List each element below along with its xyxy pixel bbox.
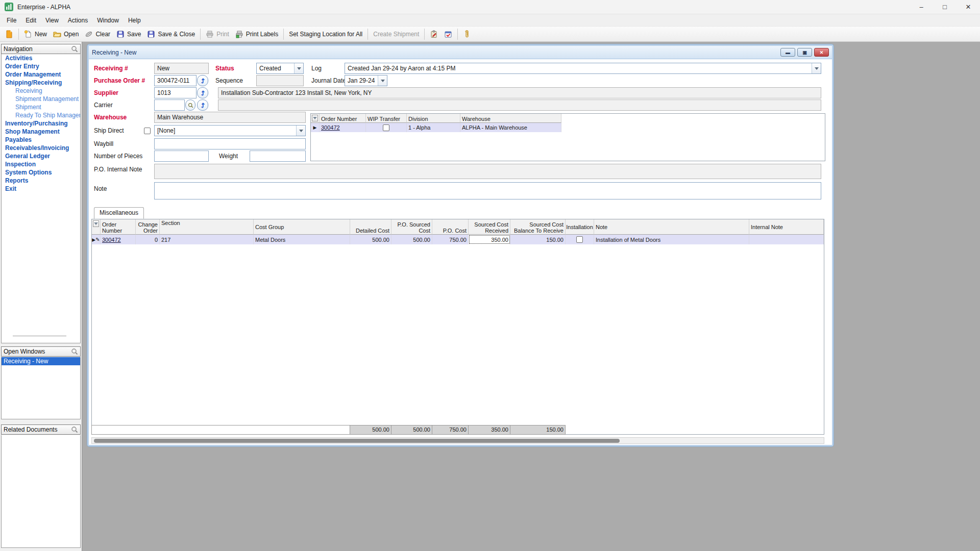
search-icon[interactable]	[71, 45, 78, 53]
column-header-change-order[interactable]: Change Order	[136, 219, 160, 235]
carrier-lookup-button[interactable]	[185, 99, 195, 111]
scrollbar-thumb[interactable]	[94, 439, 620, 443]
notes-button[interactable]	[427, 29, 441, 40]
chevron-down-icon[interactable]	[812, 63, 821, 73]
po-internal-note-label: P.O. Internal Note	[94, 164, 142, 174]
nav-item-inspection[interactable]: Inspection	[2, 160, 80, 168]
column-header-division[interactable]: Division	[407, 114, 460, 123]
schedule-button[interactable]	[441, 29, 455, 40]
nav-item-reports[interactable]: Reports	[2, 177, 80, 185]
create-shipment-button[interactable]: Create Shipment	[370, 29, 422, 39]
journal-date-select[interactable]: Jan 29-24	[345, 75, 387, 86]
nav-item-shipment-management[interactable]: Shipment Management	[2, 95, 80, 103]
menu-edit[interactable]: Edit	[21, 15, 41, 26]
close-button[interactable]: ✕	[957, 0, 980, 14]
misc-grid-row[interactable]: ▶✎ 300472 0 217 Metal Doors 500.00 500.0…	[92, 235, 824, 244]
print-button[interactable]: Print	[203, 29, 232, 40]
column-header-wip-transfer[interactable]: WIP Transfer	[366, 114, 407, 123]
status-select[interactable]: Created	[256, 63, 304, 74]
search-icon[interactable]	[71, 348, 78, 355]
menu-actions[interactable]: Actions	[63, 15, 92, 26]
carrier-goto-button[interactable]: ↪	[197, 99, 208, 111]
chevron-down-icon[interactable]	[294, 63, 303, 73]
horizontal-scrollbar[interactable]	[91, 437, 824, 444]
nav-item-shipping-receiving[interactable]: Shipping/Receiving	[2, 79, 80, 87]
receiving-form: Receiving # New Status Created Log Creat…	[89, 59, 832, 445]
wip-transfer-checkbox[interactable]	[383, 124, 389, 131]
order-number-link[interactable]: 300472	[102, 237, 121, 243]
nav-item-system-options[interactable]: System Options	[2, 168, 80, 177]
column-header-installation[interactable]: Installation	[566, 219, 594, 235]
column-header-internal-note[interactable]: Internal Note	[749, 219, 824, 235]
menu-file[interactable]: File	[2, 15, 21, 26]
column-header-order-number[interactable]: Order Number	[320, 114, 366, 123]
ship-direct-select[interactable]: [None]	[154, 125, 306, 136]
open-window-item[interactable]: Receiving - New	[2, 357, 80, 365]
open-button[interactable]: Open	[50, 29, 82, 40]
window-menu-button[interactable]	[2, 29, 16, 40]
attachments-button[interactable]	[460, 29, 474, 40]
nav-item-general-ledger[interactable]: General Ledger	[2, 152, 80, 160]
number-of-pieces-field[interactable]	[154, 151, 209, 162]
save-close-button[interactable]: Save & Close	[144, 29, 198, 40]
nav-item-receiving[interactable]: Receiving	[2, 87, 80, 95]
column-header-po-sourced-cost[interactable]: P.O. Sourced Cost	[391, 219, 432, 235]
order-number-link[interactable]: 300472	[321, 124, 340, 131]
column-header-balance-to-receive[interactable]: Sourced Cost Balance To Receive	[510, 219, 566, 235]
child-minimize-button[interactable]: ▬	[780, 48, 795, 57]
new-button[interactable]: New	[21, 29, 50, 40]
column-header-cost-group[interactable]: Cost Group	[254, 219, 350, 235]
nav-item-inventory-purchasing[interactable]: Inventory/Purchasing	[2, 119, 80, 128]
chevron-down-icon[interactable]	[296, 126, 305, 136]
child-close-button[interactable]: ✕	[814, 48, 829, 57]
log-select[interactable]: Created Jan 29-24 by Aaron at 4:15 PM	[345, 63, 821, 74]
receiving-window-titlebar[interactable]: Receiving - New ▬ ▣ ✕	[89, 46, 832, 59]
column-header-detailed-cost[interactable]: Detailed Cost	[350, 219, 391, 235]
column-header-warehouse[interactable]: Warehouse	[460, 114, 561, 123]
column-header-order-number[interactable]: Order Number	[101, 219, 136, 235]
save-button[interactable]: Save	[113, 29, 144, 40]
menu-window[interactable]: Window	[92, 15, 124, 26]
nav-item-shop-management[interactable]: Shop Management	[2, 128, 80, 136]
column-header-po-cost[interactable]: P.O. Cost	[432, 219, 469, 235]
grid-options-button[interactable]	[312, 115, 318, 121]
clear-button[interactable]: Clear	[82, 29, 113, 40]
supplier-goto-button[interactable]: ↪	[197, 87, 208, 98]
menu-view[interactable]: View	[41, 15, 63, 26]
installation-checkbox[interactable]	[576, 236, 583, 243]
panel-resize-gripper[interactable]	[13, 336, 66, 337]
carrier-field[interactable]	[154, 99, 185, 111]
column-header-section[interactable]: Section	[160, 219, 254, 235]
set-staging-location-button[interactable]: Set Staging Location for All	[286, 29, 365, 39]
nav-item-shipment[interactable]: Shipment	[2, 103, 80, 111]
tab-miscellaneous[interactable]: Miscellaneous	[94, 207, 144, 219]
orders-grid-row[interactable]: ▶ 300472 1 - Alpha ALPHA - Main Warehous…	[311, 123, 825, 132]
grid-options-button[interactable]	[93, 220, 99, 227]
nav-item-order-management[interactable]: Order Management	[2, 70, 80, 79]
nav-item-receivables-invoicing[interactable]: Receivables/Invoicing	[2, 144, 80, 152]
search-icon[interactable]	[71, 426, 78, 433]
child-restore-button[interactable]: ▣	[797, 48, 812, 57]
menu-help[interactable]: Help	[124, 15, 145, 26]
minimize-button[interactable]: –	[910, 0, 933, 14]
waybill-field[interactable]	[154, 138, 306, 149]
print-labels-button[interactable]: Print Labels	[232, 29, 281, 40]
column-header-sourced-cost-received[interactable]: Sourced Cost Received	[469, 219, 510, 235]
column-header-note[interactable]: Note	[594, 219, 749, 235]
nav-item-activities[interactable]: Activities	[2, 54, 80, 62]
purchase-order-field[interactable]: 300472-011	[154, 75, 197, 86]
balance-to-receive-cell: 150.00	[510, 235, 566, 244]
ship-direct-checkbox[interactable]	[144, 128, 151, 134]
nav-item-ready-to-ship[interactable]: Ready To Ship Managem	[2, 111, 80, 119]
chevron-down-icon[interactable]	[378, 76, 387, 86]
maximize-button[interactable]: □	[933, 0, 957, 14]
nav-item-order-entry[interactable]: Order Entry	[2, 62, 80, 70]
nav-item-exit[interactable]: Exit	[2, 185, 80, 193]
note-field[interactable]	[154, 182, 821, 199]
weight-field[interactable]	[250, 151, 306, 162]
open-windows-list: Receiving - New	[1, 357, 81, 419]
supplier-field[interactable]: 1013	[154, 87, 197, 98]
nav-item-payables[interactable]: Payables	[2, 136, 80, 144]
purchase-order-goto-button[interactable]: ↪	[197, 75, 208, 86]
sourced-cost-received-cell[interactable]: 350.00	[469, 235, 510, 244]
